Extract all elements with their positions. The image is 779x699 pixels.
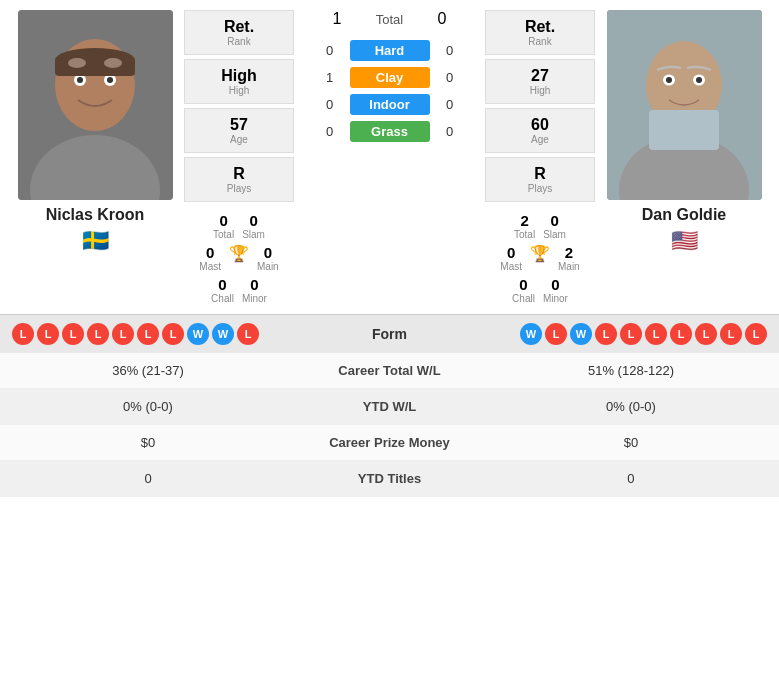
svg-point-10 — [104, 58, 122, 68]
right-rank-box: Ret. Rank — [485, 10, 595, 55]
left-age-lbl: Age — [189, 134, 289, 145]
left-form-badge: W — [187, 323, 209, 345]
left-age-box: 57 Age — [184, 108, 294, 153]
left-plays-val: R — [189, 165, 289, 183]
right-form-badge: L — [545, 323, 567, 345]
right-high-val: 27 — [490, 67, 590, 85]
right-form-badge: L — [720, 323, 742, 345]
right-form-badge: L — [745, 323, 767, 345]
left-form-badge: L — [112, 323, 134, 345]
stat-right-val: 0 — [483, 461, 779, 497]
right-mast: 0 Mast — [500, 244, 522, 272]
clay-right-val: 0 — [438, 70, 462, 85]
right-stats-col: Ret. Rank 27 High 60 Age R Plays 2 Total… — [485, 10, 595, 304]
stat-right-val: 51% (128-122) — [483, 353, 779, 389]
right-total: 2 Total — [514, 212, 535, 240]
hard-row: 0 Hard 0 — [298, 40, 481, 61]
left-high-box: High High — [184, 59, 294, 104]
right-plays-val: R — [490, 165, 590, 183]
form-label: Form — [330, 326, 450, 342]
total-left-val: 1 — [333, 10, 342, 28]
left-form-badges: LLLLLLLWWL — [12, 323, 330, 345]
total-right-val: 0 — [438, 10, 447, 28]
grass-right-val: 0 — [438, 124, 462, 139]
right-minor: 0 Minor — [543, 276, 568, 304]
right-form-badge: L — [595, 323, 617, 345]
top-area: Niclas Kroon 🇸🇪 Ret. Rank High High 57 A… — [0, 0, 779, 314]
stat-left-val: 0% (0-0) — [0, 389, 296, 425]
left-trophy-icon: 🏆 — [229, 244, 249, 272]
indoor-left-val: 0 — [318, 97, 342, 112]
stat-center-label: Career Prize Money — [296, 425, 483, 461]
left-mast: 0 Mast — [199, 244, 221, 272]
stat-center-label: YTD W/L — [296, 389, 483, 425]
left-nums: 0 Total 0 Slam 0 Mast 🏆 0 Main — [184, 212, 294, 304]
right-plays-lbl: Plays — [490, 183, 590, 194]
left-form-badge: L — [62, 323, 84, 345]
form-row: LLLLLLLWWL Form WLWLLLLLLL — [0, 314, 779, 353]
stat-left-val: $0 — [0, 425, 296, 461]
indoor-row: 0 Indoor 0 — [298, 94, 481, 115]
right-player-col: Dan Goldie 🇺🇸 — [599, 10, 769, 254]
stat-left-val: 0 — [0, 461, 296, 497]
right-age-lbl: Age — [490, 134, 590, 145]
right-form-badge: W — [520, 323, 542, 345]
left-plays-box: R Plays — [184, 157, 294, 202]
right-form-badge: L — [670, 323, 692, 345]
stats-table: 36% (21-37) Career Total W/L 51% (128-12… — [0, 353, 779, 497]
svg-point-9 — [68, 58, 86, 68]
right-form-badges: WLWLLLLLLL — [450, 323, 768, 345]
left-form-badge: L — [162, 323, 184, 345]
left-age-val: 57 — [189, 116, 289, 134]
right-nums: 2 Total 0 Slam 0 Mast 🏆 2 Main — [485, 212, 595, 304]
clay-row: 1 Clay 0 — [298, 67, 481, 88]
right-player-flag: 🇺🇸 — [671, 228, 698, 254]
stats-row: $0 Career Prize Money $0 — [0, 425, 779, 461]
stats-row: 0 YTD Titles 0 — [0, 461, 779, 497]
total-row: 1 Total 0 — [298, 10, 481, 28]
right-high-box: 27 High — [485, 59, 595, 104]
left-form-badge: L — [12, 323, 34, 345]
left-form-badge: L — [237, 323, 259, 345]
clay-left-val: 1 — [318, 70, 342, 85]
stat-center-label: Career Total W/L — [296, 353, 483, 389]
right-chall: 0 Chall — [512, 276, 535, 304]
right-age-val: 60 — [490, 116, 590, 134]
right-form-badge: L — [695, 323, 717, 345]
clay-badge: Clay — [350, 67, 430, 88]
left-form-badge: L — [37, 323, 59, 345]
right-age-box: 60 Age — [485, 108, 595, 153]
indoor-right-val: 0 — [438, 97, 462, 112]
left-player-col: Niclas Kroon 🇸🇪 — [10, 10, 180, 254]
left-rank-lbl: Rank — [189, 36, 289, 47]
stat-right-val: $0 — [483, 425, 779, 461]
left-rank-val: Ret. — [189, 18, 289, 36]
left-player-photo — [18, 10, 173, 200]
indoor-badge: Indoor — [350, 94, 430, 115]
svg-point-5 — [77, 77, 83, 83]
right-player-name: Dan Goldie — [642, 206, 726, 224]
left-rank-box: Ret. Rank — [184, 10, 294, 55]
left-minor: 0 Minor — [242, 276, 267, 304]
svg-point-18 — [696, 77, 702, 83]
stat-center-label: YTD Titles — [296, 461, 483, 497]
svg-point-6 — [107, 77, 113, 83]
stat-left-val: 36% (21-37) — [0, 353, 296, 389]
svg-point-17 — [666, 77, 672, 83]
left-player-flag: 🇸🇪 — [82, 228, 109, 254]
right-plays-box: R Plays — [485, 157, 595, 202]
right-form-badge: L — [645, 323, 667, 345]
left-plays-lbl: Plays — [189, 183, 289, 194]
hard-badge: Hard — [350, 40, 430, 61]
right-slam: 0 Slam — [543, 212, 566, 240]
grass-row: 0 Grass 0 — [298, 121, 481, 142]
left-stats-col: Ret. Rank High High 57 Age R Plays 0 Tot… — [184, 10, 294, 304]
grass-badge: Grass — [350, 121, 430, 142]
right-form-badge: L — [620, 323, 642, 345]
grass-left-val: 0 — [318, 124, 342, 139]
left-high-lbl: High — [189, 85, 289, 96]
hard-left-val: 0 — [318, 43, 342, 58]
right-rank-lbl: Rank — [490, 36, 590, 47]
left-total: 0 Total — [213, 212, 234, 240]
bottom-section: 36% (21-37) Career Total W/L 51% (128-12… — [0, 353, 779, 497]
